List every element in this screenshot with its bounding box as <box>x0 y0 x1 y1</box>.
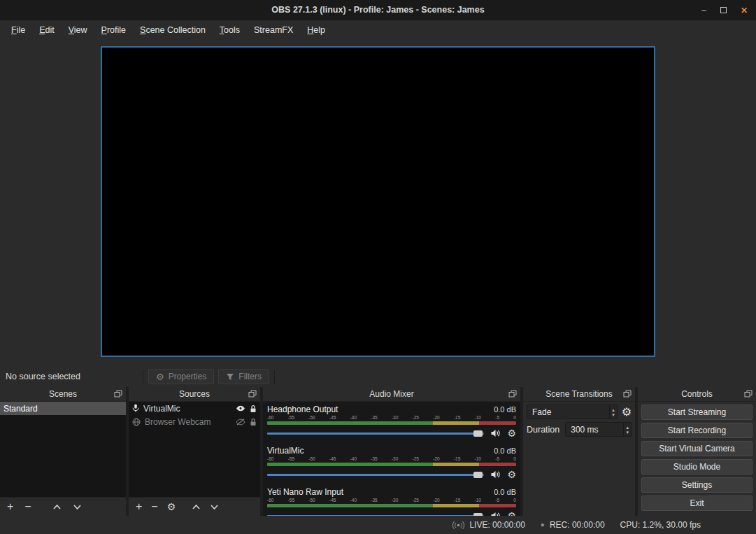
move-source-down-button[interactable] <box>210 504 219 510</box>
tick-label: -35 <box>371 456 377 462</box>
menu-help[interactable]: Help <box>300 22 332 38</box>
tick-label: -25 <box>413 498 419 503</box>
close-button[interactable]: ✕ <box>741 6 748 15</box>
properties-button[interactable]: ⚙ Properties <box>148 369 214 384</box>
menu-streamfx[interactable]: StreamFX <box>247 22 300 38</box>
popout-icon[interactable] <box>114 390 122 398</box>
visibility-eye-icon[interactable] <box>236 405 245 412</box>
mixer-channel-headphone-output: Headphone Output 0.0 dB -60-55-50-45-40-… <box>267 404 516 439</box>
source-item-browser-webcam[interactable]: Browser Webcam <box>129 415 260 428</box>
exit-button[interactable]: Exit <box>641 496 753 511</box>
channel-settings-gear-icon[interactable]: ⚙ <box>507 470 516 479</box>
toolbar-separator <box>143 370 143 384</box>
tick-label: -5 <box>495 456 499 462</box>
tick-label: -55 <box>288 415 294 421</box>
menu-file[interactable]: File <box>4 22 32 38</box>
menu-tools[interactable]: Tools <box>213 22 247 38</box>
add-source-button[interactable]: + <box>136 501 142 512</box>
menu-scene-collection[interactable]: Scene Collection <box>133 22 213 38</box>
tick-label: -40 <box>350 456 357 462</box>
tick-label: -50 <box>308 415 315 421</box>
window-title: OBS 27.1.3 (linux) - Profile: James - Sc… <box>0 0 756 20</box>
channel-settings-gear-icon[interactable]: ⚙ <box>507 428 516 438</box>
tick-label: -40 <box>350 415 357 421</box>
volume-slider[interactable] <box>267 428 484 438</box>
sources-list: VirtualMic Browser Webcam <box>129 402 260 497</box>
settings-button[interactable]: Settings <box>641 477 753 493</box>
record-dot-icon: ● <box>541 521 545 528</box>
tick-label: -35 <box>371 498 377 503</box>
maximize-button[interactable] <box>720 7 727 13</box>
remove-scene-button[interactable]: − <box>24 501 31 512</box>
minimize-button[interactable]: – <box>701 6 706 15</box>
channel-level: 0.0 dB <box>494 405 516 414</box>
obs-window: { "window": { "title": "OBS 27.1.3 (linu… <box>0 0 756 534</box>
duration-row: Duration 300 ms ▴ ▾ <box>527 422 632 437</box>
source-item-virtualmic[interactable]: VirtualMic <box>129 402 260 415</box>
tick-label: 0 <box>513 498 516 503</box>
slider-handle[interactable] <box>473 472 483 478</box>
start-virtual-camera-button[interactable]: Start Virtual Camera <box>641 441 753 456</box>
title-bar: OBS 27.1.3 (linux) - Profile: James - Sc… <box>0 0 756 20</box>
studio-mode-button[interactable]: Studio Mode <box>641 459 753 475</box>
move-scene-up-button[interactable] <box>52 504 62 510</box>
preview-canvas[interactable] <box>101 46 655 357</box>
start-streaming-button[interactable]: Start Streaming <box>641 405 753 420</box>
menu-view[interactable]: View <box>62 22 94 38</box>
live-timer: LIVE: 00:00:00 <box>469 520 525 530</box>
audio-mixer-title: Audio Mixer <box>369 389 413 399</box>
start-recording-button[interactable]: Start Recording <box>641 423 753 438</box>
popout-icon[interactable] <box>623 390 632 398</box>
tick-label: -30 <box>392 415 398 421</box>
tick-label: -10 <box>475 498 481 503</box>
scene-transitions-header: Scene Transitions <box>523 387 635 402</box>
lock-icon[interactable] <box>250 418 257 426</box>
tick-label: -45 <box>329 415 336 421</box>
popout-icon[interactable] <box>744 390 753 398</box>
volume-slider[interactable] <box>267 511 484 516</box>
channel-name: Yeti Nano Raw Input <box>267 487 343 497</box>
tick-label: -10 <box>475 456 481 462</box>
slider-track[interactable] <box>267 474 484 476</box>
live-status: LIVE: 00:00:00 <box>452 520 525 530</box>
gear-icon: ⚙ <box>156 372 164 381</box>
tick-label: -35 <box>371 415 377 421</box>
visibility-eye-slash-icon[interactable] <box>236 419 245 426</box>
scene-item-standard[interactable]: Standard <box>0 402 126 415</box>
add-scene-button[interactable]: + <box>7 501 13 512</box>
transition-row: Fade ▴ ▾ ⚙ <box>527 405 632 419</box>
scene-transitions-body: Fade ▴ ▾ ⚙ Duration 300 ms ▴ ▾ <box>523 402 635 516</box>
tick-label: -20 <box>433 456 439 462</box>
slider-track[interactable] <box>267 433 484 435</box>
dock-area: Scenes Standard + − Sources <box>0 387 756 516</box>
move-scene-down-button[interactable] <box>73 504 82 510</box>
menu-edit[interactable]: Edit <box>32 22 62 38</box>
move-source-up-button[interactable] <box>192 504 201 510</box>
popout-icon[interactable] <box>508 390 517 398</box>
volume-slider[interactable] <box>267 470 484 479</box>
lock-icon[interactable] <box>250 405 257 413</box>
speaker-icon[interactable] <box>490 470 501 479</box>
source-toolbar: No source selected ⚙ Properties Filters <box>0 366 756 387</box>
remove-source-button[interactable]: − <box>151 501 157 512</box>
sources-toolbar: + − ⚙ <box>129 497 260 516</box>
tick-label: -60 <box>267 498 273 503</box>
tick-label: 0 <box>513 415 516 421</box>
channel-settings-gear-icon[interactable]: ⚙ <box>507 511 516 516</box>
menu-profile[interactable]: Profile <box>94 22 133 38</box>
broadcast-icon <box>452 521 464 530</box>
scenes-list: Standard <box>0 402 126 497</box>
filters-label: Filters <box>238 372 262 381</box>
popout-icon[interactable] <box>248 390 257 398</box>
duration-spinbox[interactable]: 300 ms ▴ ▾ <box>565 422 632 437</box>
volume-meter <box>267 504 516 507</box>
spinbox-arrows[interactable]: ▴ ▾ <box>623 423 631 436</box>
filters-button[interactable]: Filters <box>218 369 269 384</box>
volume-slider-row: ⚙ <box>267 510 516 516</box>
transition-select[interactable]: Fade ▴ ▾ <box>527 405 618 419</box>
transition-settings-gear-icon[interactable]: ⚙ <box>622 407 632 418</box>
source-properties-gear-icon[interactable]: ⚙ <box>167 501 176 512</box>
slider-handle[interactable] <box>473 430 483 437</box>
combo-arrows[interactable]: ▴ ▾ <box>609 405 617 419</box>
speaker-icon[interactable] <box>490 429 501 437</box>
